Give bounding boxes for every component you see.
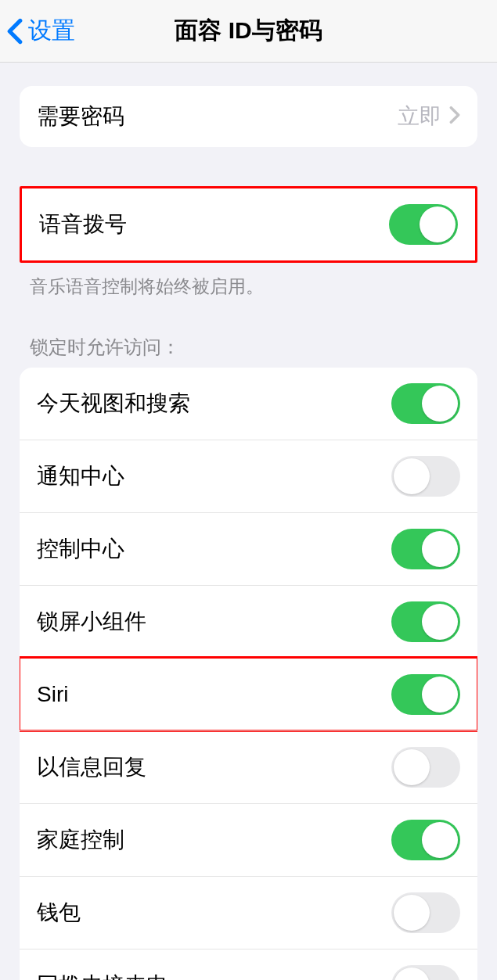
locked-access-label: 通知中心	[37, 461, 124, 491]
locked-access-header: 锁定时允许访问：	[0, 335, 497, 368]
require-passcode-row[interactable]: 需要密码 立即	[20, 86, 477, 147]
require-passcode-value: 立即	[398, 102, 441, 131]
locked-access-row: 锁屏小组件	[20, 585, 477, 658]
locked-access-row: 以信息回复	[20, 731, 477, 803]
voice-dial-row: 语音拨号	[22, 188, 475, 260]
locked-access-toggle[interactable]	[391, 529, 460, 569]
locked-access-label: 家庭控制	[37, 825, 124, 855]
locked-access-toggle[interactable]	[391, 456, 460, 497]
back-label: 设置	[28, 15, 75, 47]
locked-access-label: 以信息回复	[37, 752, 146, 782]
voice-dial-group: 语音拨号	[20, 186, 477, 263]
locked-access-label: 今天视图和搜索	[37, 389, 190, 418]
locked-access-toggle[interactable]	[391, 601, 460, 642]
passcode-group: 需要密码 立即	[20, 86, 477, 147]
navigation-header: 设置 面容 ID与密码	[0, 0, 497, 63]
locked-access-row: 通知中心	[20, 440, 477, 512]
locked-access-label: Siri	[37, 682, 68, 707]
require-passcode-label: 需要密码	[37, 102, 124, 131]
locked-access-label: 钱包	[37, 898, 81, 928]
voice-dial-footer: 音乐语音控制将始终被启用。	[0, 263, 497, 299]
locked-access-group: 今天视图和搜索通知中心控制中心锁屏小组件Siri以信息回复家庭控制钱包回拨未接来…	[20, 368, 477, 980]
back-button[interactable]: 设置	[6, 15, 75, 47]
voice-dial-toggle[interactable]	[389, 204, 458, 245]
page-title: 面容 ID与密码	[175, 15, 322, 47]
chevron-right-icon	[449, 106, 460, 127]
locked-access-row: 今天视图和搜索	[20, 368, 477, 440]
locked-access-row: Siri	[20, 658, 477, 731]
locked-access-row: 家庭控制	[20, 803, 477, 876]
chevron-left-icon	[6, 18, 23, 45]
locked-access-toggle[interactable]	[391, 892, 460, 933]
locked-access-toggle[interactable]	[391, 820, 460, 860]
locked-access-row: 控制中心	[20, 512, 477, 585]
locked-access-label: 锁屏小组件	[37, 607, 146, 637]
locked-access-label: 控制中心	[37, 534, 124, 564]
locked-access-toggle[interactable]	[391, 747, 460, 788]
locked-access-row: 回拨未接来电	[20, 949, 477, 980]
locked-access-label: 回拨未接来电	[37, 971, 168, 980]
locked-access-toggle[interactable]	[391, 674, 460, 715]
locked-access-row: 钱包	[20, 876, 477, 949]
voice-dial-label: 语音拨号	[39, 210, 127, 239]
locked-access-toggle[interactable]	[391, 965, 460, 980]
locked-access-toggle[interactable]	[391, 383, 460, 424]
